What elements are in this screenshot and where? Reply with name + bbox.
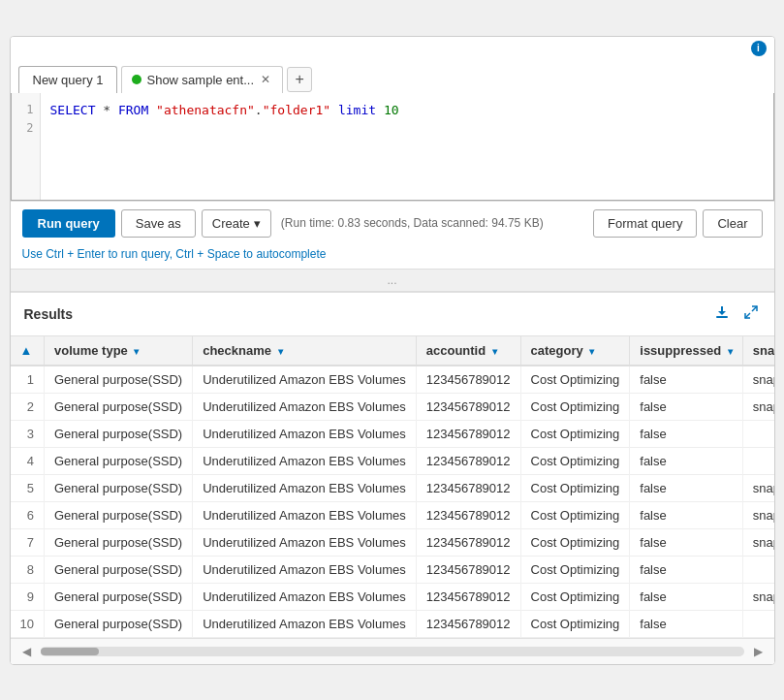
tab-dot — [132, 75, 141, 84]
cell-snapshot: snap-06b — [742, 393, 773, 420]
cell-issuppressed: false — [630, 528, 742, 556]
cell-checkname: Underutilized Amazon EBS Volumes — [193, 528, 417, 556]
results-table-wrapper[interactable]: ▲ volume type ▾ checkname ▾ accountid ▾ … — [11, 336, 774, 638]
cell-checkname: Underutilized Amazon EBS Volumes — [193, 501, 417, 528]
cell-issuppressed: false — [630, 420, 742, 447]
cell-snapshot: snap-078 — [742, 528, 773, 556]
download-icon[interactable] — [712, 302, 732, 326]
info-bar: i — [11, 37, 774, 60]
col-header-idx[interactable]: ▲ — [11, 336, 45, 366]
cell-checkname: Underutilized Amazon EBS Volumes — [193, 393, 417, 420]
table-row: 3 General purpose(SSD) Underutilized Ama… — [11, 420, 774, 447]
cell-category: Cost Optimizing — [520, 610, 630, 637]
col-header-category[interactable]: category ▾ — [520, 336, 630, 366]
cell-volume-type: General purpose(SSD) — [44, 528, 192, 556]
cell-snapshot: snap-0ff6! — [742, 583, 773, 610]
tab-new-query[interactable]: New query 1 — [18, 66, 118, 93]
cell-accountid: 123456789012 — [416, 393, 520, 420]
tab-close-button[interactable]: ✕ — [259, 73, 272, 86]
cell-category: Cost Optimizing — [520, 528, 630, 556]
cell-category: Cost Optimizing — [520, 474, 630, 501]
scroll-left-arrow[interactable]: ◀ — [18, 643, 35, 660]
col-header-checkname[interactable]: checkname ▾ — [193, 336, 417, 366]
cell-volume-type: General purpose(SSD) — [44, 393, 192, 420]
cell-category: Cost Optimizing — [520, 501, 630, 528]
cell-checkname: Underutilized Amazon EBS Volumes — [193, 583, 417, 610]
toolbar-right: Format query Clear — [593, 209, 762, 238]
cell-idx: 5 — [11, 474, 45, 501]
results-tbody: 1 General purpose(SSD) Underutilized Ama… — [11, 366, 774, 638]
cell-volume-type: General purpose(SSD) — [44, 610, 192, 637]
cell-accountid: 123456789012 — [416, 583, 520, 610]
editor-area: 1 2 SELECT * FROM "athenatacfn"."folder1… — [11, 93, 774, 201]
svg-rect-0 — [716, 316, 728, 318]
cell-idx: 10 — [11, 610, 45, 637]
cell-issuppressed: false — [630, 447, 742, 474]
hint-bar: Use Ctrl + Enter to run query, Ctrl + Sp… — [11, 245, 774, 269]
results-table: ▲ volume type ▾ checkname ▾ accountid ▾ … — [11, 336, 774, 638]
create-chevron-icon: ▾ — [254, 216, 261, 231]
col-header-accountid[interactable]: accountid ▾ — [416, 336, 520, 366]
cell-snapshot: snap-0a5 — [742, 501, 773, 528]
cell-snapshot — [742, 610, 773, 637]
cell-accountid: 123456789012 — [416, 366, 520, 394]
col-header-volume-type[interactable]: volume type ▾ — [44, 336, 192, 366]
table-row: 4 General purpose(SSD) Underutilized Ama… — [11, 447, 774, 474]
code-content[interactable]: SELECT * FROM "athenatacfn"."folder1" li… — [41, 93, 773, 200]
bottom-scroll[interactable]: ◀ ▶ — [11, 638, 774, 664]
cell-volume-type: General purpose(SSD) — [44, 366, 192, 394]
cell-idx: 1 — [11, 366, 45, 394]
main-container: i New query 1 Show sample ent... ✕ + 1 2… — [10, 36, 775, 665]
table-row: 1 General purpose(SSD) Underutilized Ama… — [11, 366, 774, 394]
cell-volume-type: General purpose(SSD) — [44, 583, 192, 610]
hint-text: Use Ctrl + Enter to run query, Ctrl + Sp… — [22, 247, 327, 261]
table-row: 2 General purpose(SSD) Underutilized Ama… — [11, 393, 774, 420]
tab-add-button[interactable]: + — [287, 67, 312, 92]
cell-volume-type: General purpose(SSD) — [44, 420, 192, 447]
create-button[interactable]: Create ▾ — [202, 209, 271, 238]
tab-add-label: + — [295, 71, 303, 88]
table-header-row: ▲ volume type ▾ checkname ▾ accountid ▾ … — [11, 336, 774, 366]
cell-accountid: 123456789012 — [416, 447, 520, 474]
info-icon[interactable]: i — [751, 41, 767, 56]
cell-snapshot — [742, 556, 773, 583]
cell-accountid: 123456789012 — [416, 420, 520, 447]
cell-checkname: Underutilized Amazon EBS Volumes — [193, 420, 417, 447]
cell-idx: 8 — [11, 556, 45, 583]
cell-checkname: Underutilized Amazon EBS Volumes — [193, 474, 417, 501]
create-label: Create — [212, 216, 250, 231]
svg-marker-3 — [718, 311, 726, 315]
scroll-track[interactable] — [41, 647, 744, 656]
cell-accountid: 123456789012 — [416, 556, 520, 583]
cell-category: Cost Optimizing — [520, 447, 630, 474]
col-header-issuppressed[interactable]: issuppressed ▾ — [630, 336, 742, 366]
scroll-right-arrow[interactable]: ▶ — [750, 643, 767, 660]
tab-sample[interactable]: Show sample ent... ✕ — [121, 66, 283, 93]
cell-category: Cost Optimizing — [520, 420, 630, 447]
col-header-snapshot[interactable]: snapshot — [742, 336, 773, 366]
cell-issuppressed: false — [630, 556, 742, 583]
results-title: Results — [24, 306, 74, 322]
tabs-bar: New query 1 Show sample ent... ✕ + — [11, 60, 774, 93]
cell-snapshot — [742, 447, 773, 474]
cell-checkname: Underutilized Amazon EBS Volumes — [193, 610, 417, 637]
cell-issuppressed: false — [630, 610, 742, 637]
format-query-button[interactable]: Format query — [593, 209, 697, 238]
cell-accountid: 123456789012 — [416, 528, 520, 556]
cell-snapshot — [742, 420, 773, 447]
table-row: 9 General purpose(SSD) Underutilized Ama… — [11, 583, 774, 610]
save-as-button[interactable]: Save as — [121, 209, 196, 238]
cell-issuppressed: false — [630, 393, 742, 420]
cell-issuppressed: false — [630, 583, 742, 610]
cell-idx: 7 — [11, 528, 45, 556]
divider[interactable]: ... — [11, 269, 774, 292]
cell-idx: 3 — [11, 420, 45, 447]
cell-accountid: 123456789012 — [416, 501, 520, 528]
clear-button[interactable]: Clear — [703, 209, 762, 238]
toolbar: Run query Save as Create ▾ (Run time: 0.… — [11, 201, 774, 245]
cell-category: Cost Optimizing — [520, 366, 630, 394]
run-query-button[interactable]: Run query — [22, 209, 115, 238]
cell-idx: 9 — [11, 583, 45, 610]
expand-icon[interactable] — [741, 302, 761, 326]
run-info: (Run time: 0.83 seconds, Data scanned: 9… — [281, 216, 544, 230]
